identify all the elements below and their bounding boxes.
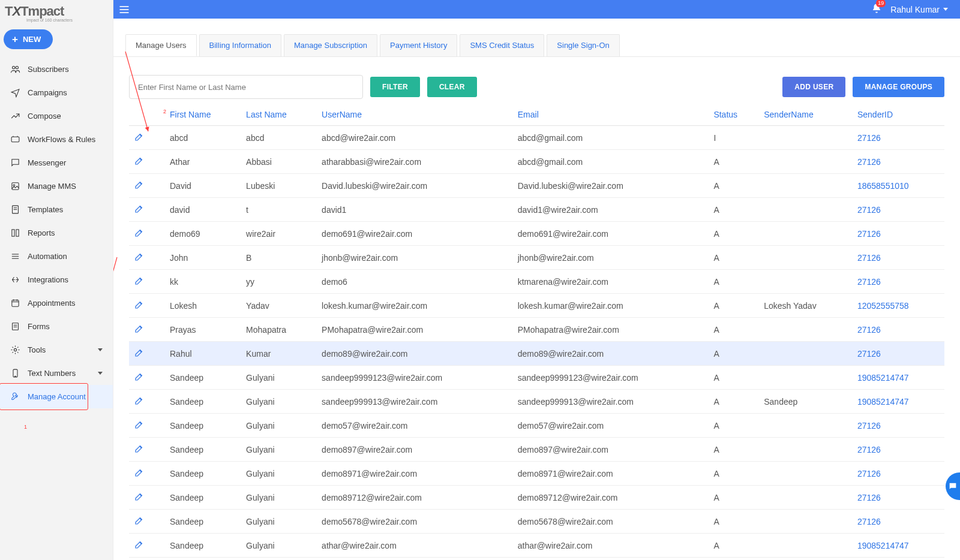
edit-icon[interactable]: [134, 131, 145, 142]
sidebar-item-tools[interactable]: Tools: [0, 338, 113, 362]
sidebar-item-automation[interactable]: Automation: [0, 245, 113, 268]
edit-icon[interactable]: [134, 515, 145, 526]
sender-id-link[interactable]: 27126: [857, 349, 881, 359]
main: Manage UsersBilling InformationManage Su…: [113, 19, 960, 560]
sender-id-link[interactable]: 27126: [857, 277, 881, 287]
sidebar-item-forms[interactable]: Forms: [0, 315, 113, 338]
sender-id-link[interactable]: 27126: [857, 517, 881, 526]
tab-payment-history[interactable]: Payment History: [380, 34, 457, 56]
edit-icon[interactable]: [134, 443, 145, 454]
search-input[interactable]: [129, 75, 363, 99]
sidebar-item-integrations[interactable]: Integrations: [0, 268, 113, 291]
col-sender-name[interactable]: SenderName: [759, 104, 853, 126]
edit-icon[interactable]: [134, 275, 145, 286]
manage-groups-button[interactable]: MANAGE GROUPS: [853, 77, 944, 97]
user-menu[interactable]: Rahul Kumar: [890, 5, 948, 14]
sender-id-link[interactable]: 27126: [857, 493, 881, 502]
edit-icon[interactable]: [134, 179, 145, 190]
sidebar-item-appointments[interactable]: Appointments: [0, 291, 113, 315]
sidebar-item-text-numbers[interactable]: Text Numbers: [0, 362, 113, 385]
cell-status: A: [709, 510, 759, 534]
edit-icon[interactable]: [134, 371, 145, 382]
col-last-name[interactable]: Last Name: [241, 104, 317, 126]
cell-status: A: [709, 150, 759, 174]
sidebar-item-messenger[interactable]: Messenger: [0, 151, 113, 174]
nav-icon: [10, 204, 20, 215]
sidebar-item-templates[interactable]: Templates: [0, 198, 113, 221]
table-row: abcdabcdabcd@wire2air.comabcd@gmail.comI…: [129, 126, 944, 150]
sender-id-link[interactable]: 27126: [857, 469, 881, 478]
edit-icon[interactable]: [134, 467, 145, 478]
clear-button[interactable]: CLEAR: [427, 77, 477, 97]
topbar: 19 Rahul Kumar: [113, 0, 960, 19]
edit-icon[interactable]: [134, 227, 145, 238]
col-status[interactable]: Status: [709, 104, 759, 126]
hamburger-icon[interactable]: [113, 0, 135, 19]
col-username[interactable]: UserName: [317, 104, 513, 126]
edit-icon[interactable]: [134, 251, 145, 262]
sender-id-link[interactable]: 27126: [857, 157, 881, 167]
cell-email: abcd@gmail.com: [513, 150, 709, 174]
svg-rect-5: [11, 137, 19, 142]
new-button[interactable]: + NEW: [4, 29, 53, 49]
sender-id-link[interactable]: 27126: [857, 229, 881, 239]
sender-id-link[interactable]: 27126: [857, 253, 881, 263]
cell-sender-name: [759, 150, 853, 174]
cell-sender-name: [759, 414, 853, 438]
sender-id-link[interactable]: 27126: [857, 445, 881, 454]
tab-single-sign-on[interactable]: Single Sign-On: [547, 34, 619, 56]
tab-manage-users[interactable]: Manage Users: [125, 34, 197, 56]
sender-id-link[interactable]: 19085214747: [857, 397, 909, 407]
edit-icon[interactable]: [134, 299, 145, 310]
cell-last-name: Gulyani: [241, 462, 317, 486]
svg-point-7: [13, 185, 15, 186]
sidebar-item-subscribers[interactable]: Subscribers: [0, 58, 113, 81]
cell-last-name: Raj: [241, 558, 317, 561]
sender-id-link[interactable]: 27126: [857, 421, 881, 430]
filter-button[interactable]: FILTER: [370, 77, 420, 97]
cell-status: I: [709, 126, 759, 150]
edit-icon[interactable]: [134, 395, 145, 406]
sidebar-item-workflows-rules[interactable]: WorkFlows & Rules: [0, 128, 113, 151]
edit-icon[interactable]: [134, 323, 145, 334]
sender-id-link[interactable]: 12052555758: [857, 301, 909, 311]
chevron-down-icon: [98, 372, 103, 375]
cell-first-name: David: [165, 174, 241, 198]
edit-icon[interactable]: [134, 203, 145, 214]
cell-email: demo5678@wire2air.com: [513, 510, 709, 534]
sidebar-item-manage-mms[interactable]: Manage MMS: [0, 174, 113, 198]
sidebar-item-compose[interactable]: Compose: [0, 104, 113, 128]
sidebar-item-manage-account[interactable]: Manage Account: [0, 385, 113, 408]
col-email[interactable]: Email: [513, 104, 709, 126]
bell-icon[interactable]: 19: [871, 3, 882, 16]
cell-last-name: Gulyani: [241, 390, 317, 414]
col-first-name[interactable]: First Name: [165, 104, 241, 126]
cell-last-name: Gulyani: [241, 414, 317, 438]
sender-id-link[interactable]: 27126: [857, 325, 881, 335]
edit-icon[interactable]: [134, 539, 145, 550]
tab-manage-subscription[interactable]: Manage Subscription: [284, 34, 377, 56]
add-user-button[interactable]: ADD USER: [782, 77, 845, 97]
edit-icon[interactable]: [134, 419, 145, 430]
sender-id-link[interactable]: 27126: [857, 205, 881, 215]
edit-icon[interactable]: [134, 347, 145, 358]
edit-icon[interactable]: [134, 155, 145, 166]
sidebar-item-campaigns[interactable]: Campaigns: [0, 81, 113, 104]
edit-icon[interactable]: [134, 491, 145, 502]
sender-id-link[interactable]: 19085214747: [857, 541, 909, 550]
cell-username: sandeep999913@wire2air.com: [317, 390, 513, 414]
sender-id-link[interactable]: 18658551010: [857, 181, 909, 191]
tab-billing-information[interactable]: Billing Information: [199, 34, 281, 56]
cell-status: A: [709, 534, 759, 558]
cell-sender-name: [759, 438, 853, 462]
sender-id-link[interactable]: 27126: [857, 133, 881, 143]
cell-email: david1@wire2air.com: [513, 198, 709, 222]
tab-sms-credit-status[interactable]: SMS Credit Status: [460, 34, 544, 56]
sidebar-item-reports[interactable]: Reports: [0, 221, 113, 245]
sidebar-item-label: Messenger: [28, 158, 66, 167]
cell-username: demo89@wire2air.com: [317, 342, 513, 366]
col-sender-id[interactable]: SenderID: [853, 104, 944, 126]
cell-first-name: Sandeep: [165, 486, 241, 510]
sender-id-link[interactable]: 19085214747: [857, 373, 909, 383]
chevron-down-icon: [943, 8, 948, 11]
